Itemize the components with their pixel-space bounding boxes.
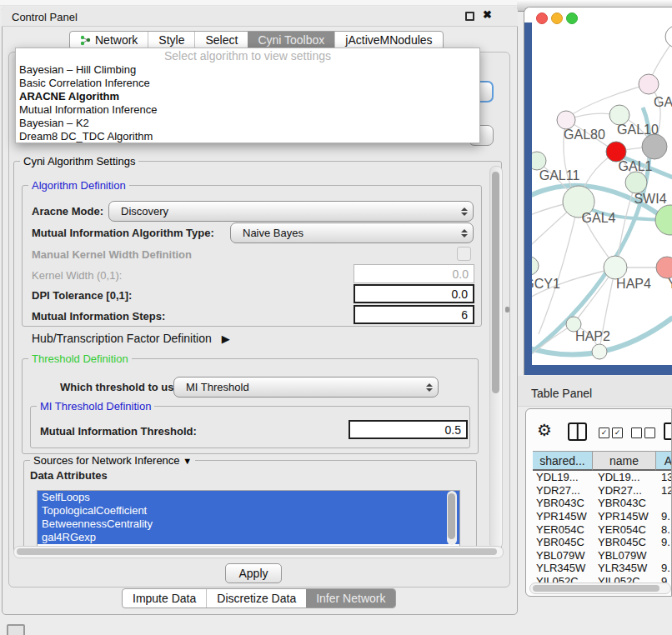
settings-group-title: Cyni Algorithm Settings xyxy=(20,155,138,168)
threshold-definition-title: Threshold Definition xyxy=(28,352,132,365)
network-node-label: GAL1 xyxy=(619,159,653,173)
sources-title[interactable]: Sources for Network Inference ▼ xyxy=(30,454,195,467)
tab-jactivemnodules[interactable]: jActiveMNodules xyxy=(334,32,442,49)
table-hscrollbar-thumb[interactable] xyxy=(533,585,659,592)
which-threshold-select[interactable]: MI Threshold xyxy=(173,377,439,398)
data-attributes-label: Data Attributes xyxy=(30,469,108,482)
network-node[interactable] xyxy=(557,111,575,129)
algorithm-definition-title: Algorithm Definition xyxy=(28,179,129,192)
attr-list-scrollbar-thumb[interactable] xyxy=(448,493,455,539)
mi-steps-field[interactable]: 6 xyxy=(354,305,474,324)
hub-definition-toggle[interactable]: Hub/Transcription Factor Definition ▶ xyxy=(32,332,230,345)
list-item[interactable]: SelfLoops xyxy=(38,491,459,504)
data-attributes-list[interactable]: SelfLoops TopologicalCoefficient Between… xyxy=(37,490,460,548)
mi-type-label: Mutual Information Algorithm Type: xyxy=(32,227,214,239)
table-row[interactable]: YBR045C YBR045C 9. xyxy=(533,536,672,549)
dpi-tolerance-field[interactable]: 0.0 xyxy=(354,284,474,303)
zoom-traffic-light-icon[interactable] xyxy=(567,13,578,24)
mi-threshold-field[interactable]: 0.5 xyxy=(349,420,468,439)
dropdown-option[interactable]: ARACNE Algorithm xyxy=(16,90,479,103)
table-row[interactable]: YLR345W YLR345W 9. xyxy=(533,562,672,575)
dropdown-option[interactable]: Dream8 DC_TDC Algorithm xyxy=(16,130,479,143)
table-row[interactable]: YBL079W YBL079W xyxy=(533,549,672,562)
gear-icon[interactable]: ⚙ xyxy=(537,422,552,438)
dropdown-option[interactable]: Bayesian – K2 xyxy=(16,117,479,130)
collapsed-arrow-icon: ▶ xyxy=(222,332,230,345)
network-canvas[interactable]: GALGAL80GAL10GAL1GAL11SWI4GAL4GCY1HAP4YH… xyxy=(524,8,672,375)
table-row[interactable]: YBR043C YBR043C xyxy=(533,497,672,510)
network-window[interactable]: GALGAL80GAL10GAL1GAL11SWI4GAL4GCY1HAP4YH… xyxy=(524,7,672,375)
minimized-panel-icon[interactable] xyxy=(7,624,25,635)
manual-kernel-checkbox[interactable] xyxy=(457,247,471,261)
table-row[interactable]: YDL19... YDL19... 13 xyxy=(533,471,672,484)
network-node-label: GAL xyxy=(654,95,672,109)
table-row[interactable]: YDR27... YDR27... 12 xyxy=(533,484,672,498)
dropdown-option[interactable]: Mutual Information Inference xyxy=(16,103,479,117)
close-icon[interactable]: ✖ xyxy=(483,8,492,21)
mi-steps-label: Mutual Information Steps: xyxy=(32,310,165,322)
settings-hscrollbar[interactable] xyxy=(13,546,504,558)
dpi-tolerance-label: DPI Tolerance [0,1]: xyxy=(32,289,132,302)
network-node-label: GAL11 xyxy=(539,168,580,182)
table-row[interactable]: YIL052C YIL052C 9 xyxy=(533,575,672,582)
table-panel: ⚙ ✓✓ shared... name A YDL19... YDL19... … xyxy=(525,408,672,597)
table-row[interactable]: YER054C YER054C 8. xyxy=(533,522,672,536)
aracne-mode-select[interactable]: Discovery xyxy=(108,201,474,222)
control-panel-titlebar xyxy=(2,7,518,27)
network-node-label: GAL10 xyxy=(617,122,659,137)
network-node-label: Y xyxy=(668,277,672,291)
network-node[interactable] xyxy=(639,74,659,94)
expanded-arrow-icon: ▼ xyxy=(183,456,192,466)
network-node[interactable] xyxy=(625,172,647,193)
network-node-label: GAL4 xyxy=(582,211,616,225)
kernel-width-label: Kernel Width (0,1): xyxy=(32,269,122,282)
tab-cyni-toolbox[interactable]: Cyni Toolbox xyxy=(248,32,334,49)
dropdown-option[interactable]: Basic Correlation Inference xyxy=(16,77,479,90)
network-node[interactable] xyxy=(592,344,607,359)
select-all-checkboxes-icon[interactable]: ✓✓ xyxy=(599,428,623,438)
network-icon xyxy=(80,35,91,46)
network-node[interactable] xyxy=(642,134,667,159)
list-item[interactable]: BetweennessCentrality xyxy=(38,518,459,531)
tab-discretize-data[interactable]: Discretize Data xyxy=(206,589,306,608)
list-item[interactable]: gal4RGexp xyxy=(38,531,459,544)
split-columns-icon[interactable] xyxy=(568,422,587,441)
settings-scrollbar-thumb[interactable] xyxy=(492,172,499,393)
network-node-label: HAP4 xyxy=(616,277,651,291)
network-node-label: HAP2 xyxy=(575,329,610,343)
control-panel-title: Control Panel xyxy=(12,11,78,23)
main-toolbar-edge xyxy=(0,0,517,6)
network-node[interactable] xyxy=(604,256,627,279)
dropdown-option[interactable]: Bayesian – Hill Climbing xyxy=(16,63,479,77)
tab-style[interactable]: Style xyxy=(148,32,194,49)
column-header-name[interactable]: name xyxy=(593,451,656,471)
mi-type-select[interactable]: Naive Bayes xyxy=(230,222,474,243)
close-traffic-light-icon[interactable] xyxy=(537,13,548,24)
combo-stepper-icon xyxy=(456,208,473,216)
combo-stepper-icon xyxy=(456,229,473,238)
table-row[interactable]: YPR145W YPR145W 9. xyxy=(533,510,672,523)
tab-select[interactable]: Select xyxy=(194,32,248,49)
minimize-traffic-light-icon[interactable] xyxy=(552,13,563,24)
table-hscrollbar[interactable] xyxy=(529,582,671,594)
tab-impute-data[interactable]: Impute Data xyxy=(123,589,206,608)
deselect-all-checkboxes-icon[interactable] xyxy=(631,428,655,438)
attr-list-scrollbar[interactable] xyxy=(447,491,457,545)
apply-button[interactable]: Apply xyxy=(225,563,282,583)
algorithm-dropdown: Select algorithm to view settings Bayesi… xyxy=(15,48,480,143)
table-header: shared... name A xyxy=(533,451,672,471)
settings-scrollbar[interactable] xyxy=(489,166,503,549)
tab-network[interactable]: Network xyxy=(70,32,148,49)
column-header-third[interactable]: A xyxy=(656,451,672,471)
float-panel-icon[interactable] xyxy=(465,12,474,21)
which-threshold-label: Which threshold to use: xyxy=(60,381,183,393)
settings-hscrollbar-thumb[interactable] xyxy=(17,548,497,555)
kernel-width-field[interactable]: 0.0 xyxy=(354,264,474,283)
network-node-label: SWI4 xyxy=(634,192,666,206)
list-item[interactable]: TopologicalCoefficient xyxy=(38,504,459,518)
aracne-mode-label: Aracne Mode: xyxy=(32,205,103,218)
column-header-shared-name[interactable]: shared... xyxy=(533,451,593,471)
new-table-icon[interactable] xyxy=(664,422,672,440)
splitpane-handle[interactable] xyxy=(505,307,509,312)
tab-infer-network[interactable]: Infer Network xyxy=(306,589,395,608)
